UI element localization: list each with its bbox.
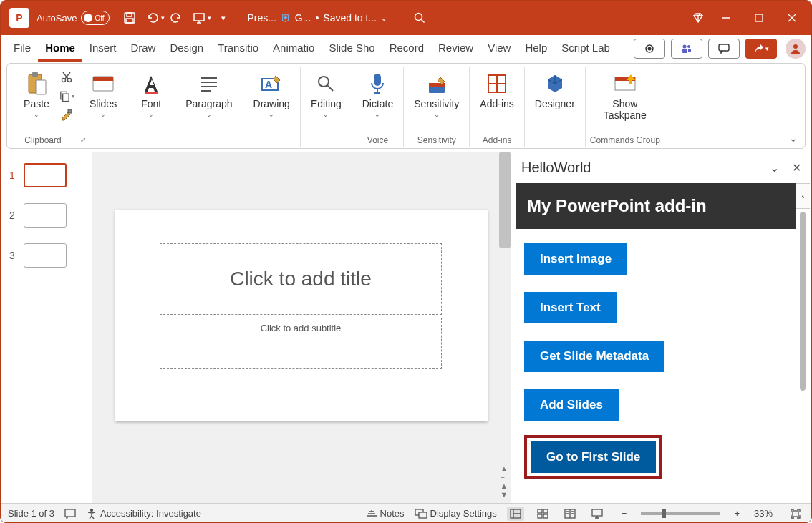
- designer-button[interactable]: Designer: [529, 69, 581, 111]
- language-icon[interactable]: [64, 509, 76, 519]
- title-bar: P AutoSave Off ▾ ▾ ▾ Pres... ⛨ G... • Sa…: [1, 1, 811, 35]
- maximize-button[interactable]: [743, 6, 775, 29]
- sorter-view-icon[interactable]: [534, 507, 551, 521]
- subtitle-placeholder[interactable]: Click to add subtitle: [160, 318, 442, 369]
- drawing-button[interactable]: A Drawing⌄: [248, 69, 296, 119]
- show-taskpane-button[interactable]: Show Taskpane: [598, 69, 652, 122]
- svg-point-9: [687, 45, 690, 48]
- taskpane-close-icon[interactable]: ✕: [792, 161, 801, 175]
- svg-rect-20: [63, 94, 69, 101]
- svg-rect-15: [32, 72, 38, 77]
- cut-icon[interactable]: [59, 69, 74, 85]
- slide-canvas[interactable]: Click to add title Click to add subtitle…: [92, 152, 511, 503]
- editing-button[interactable]: Editing⌄: [305, 69, 347, 119]
- tab-design[interactable]: Design: [163, 36, 211, 62]
- tab-home[interactable]: Home: [38, 36, 82, 62]
- collapse-ribbon-icon[interactable]: ⌄: [789, 132, 798, 144]
- tab-review[interactable]: Review: [431, 36, 480, 62]
- insert-text-button[interactable]: Insert Text: [524, 292, 617, 323]
- addin-banner: My PowerPoint add-in: [516, 183, 796, 229]
- status-bar: Slide 1 of 3 Accessibility: Investigate …: [1, 503, 811, 523]
- taskpane-menu-icon[interactable]: ⌄: [770, 161, 779, 175]
- dictate-button[interactable]: Dictate⌄: [357, 69, 400, 119]
- svg-rect-12: [719, 44, 729, 51]
- normal-view-icon[interactable]: [507, 507, 524, 521]
- title-placeholder[interactable]: Click to add title: [160, 243, 442, 315]
- ribbon-tabs: File Home Insert Draw Design Transitio A…: [1, 35, 811, 62]
- powerpoint-app-icon: P: [9, 8, 29, 28]
- font-button[interactable]: Font⌄: [132, 69, 170, 119]
- svg-rect-45: [793, 511, 798, 517]
- teams-button[interactable]: [671, 39, 702, 59]
- paragraph-button[interactable]: Paragraph⌄: [180, 69, 238, 119]
- shield-icon: ⛨: [281, 12, 291, 24]
- sensitivity-button[interactable]: Sensitivity⌄: [408, 69, 465, 119]
- taskpane-expand-icon[interactable]: ‹: [796, 183, 810, 209]
- fit-to-window-icon[interactable]: [787, 507, 804, 521]
- minimize-button[interactable]: [710, 6, 743, 29]
- add-slides-button[interactable]: Add Slides: [524, 389, 619, 421]
- reading-view-icon[interactable]: [561, 507, 579, 521]
- save-icon[interactable]: [118, 6, 141, 29]
- tab-scriptlab[interactable]: Script Lab: [554, 36, 617, 62]
- svg-rect-21: [68, 109, 72, 113]
- slide[interactable]: Click to add title Click to add subtitle: [115, 210, 488, 421]
- search-icon[interactable]: [408, 6, 431, 29]
- slide-counter[interactable]: Slide 1 of 3: [8, 508, 54, 519]
- share-button[interactable]: ▾: [745, 39, 777, 59]
- tab-slideshow[interactable]: Slide Sho: [322, 36, 382, 62]
- tab-transitions[interactable]: Transitio: [211, 36, 266, 62]
- slides-button[interactable]: Slides⌄: [84, 69, 122, 119]
- tab-draw[interactable]: Draw: [123, 36, 163, 62]
- redo-icon[interactable]: [165, 6, 188, 29]
- get-slide-metadata-button[interactable]: Get Slide Metadata: [524, 341, 664, 372]
- saved-status[interactable]: Saved to t...: [323, 12, 377, 24]
- svg-rect-2: [126, 19, 133, 23]
- svg-rect-39: [538, 509, 542, 513]
- thumbnail-2[interactable]: 2: [1, 200, 92, 240]
- file-name[interactable]: Pres...: [247, 12, 276, 24]
- insert-image-button[interactable]: Insert Image: [524, 243, 627, 275]
- svg-text:A: A: [265, 79, 272, 90]
- svg-point-18: [68, 79, 72, 82]
- zoom-slider[interactable]: [641, 512, 720, 515]
- slide-nav-arrows[interactable]: ▲≡▲▼: [498, 464, 511, 499]
- tab-help[interactable]: Help: [518, 36, 554, 62]
- taskpane-title: HelloWorld: [521, 160, 591, 176]
- account-label[interactable]: G...: [295, 12, 311, 24]
- svg-point-35: [91, 509, 93, 511]
- addins-button[interactable]: Add-ins: [474, 69, 519, 111]
- tab-file[interactable]: File: [6, 36, 38, 62]
- display-settings-button[interactable]: Display Settings: [415, 508, 497, 519]
- paste-button[interactable]: Paste ⌄: [17, 69, 56, 119]
- thumbnail-1[interactable]: 1: [1, 160, 92, 200]
- close-button[interactable]: [775, 6, 808, 29]
- copy-icon[interactable]: ▾: [59, 88, 74, 104]
- comments-button[interactable]: [708, 39, 740, 59]
- svg-rect-11: [688, 49, 691, 52]
- user-avatar[interactable]: [786, 39, 806, 59]
- tab-insert[interactable]: Insert: [82, 36, 124, 62]
- thumbnail-3[interactable]: 3: [1, 240, 92, 280]
- autosave-label: AutoSave: [37, 13, 77, 24]
- svg-rect-37: [419, 512, 427, 518]
- zoom-level[interactable]: 33%: [754, 508, 773, 519]
- notes-button[interactable]: Notes: [366, 508, 405, 519]
- autosave-toggle[interactable]: AutoSave Off: [37, 11, 110, 25]
- format-painter-icon[interactable]: [59, 107, 74, 122]
- svg-rect-44: [592, 509, 602, 516]
- accessibility-status[interactable]: Accessibility: Investigate: [86, 508, 201, 519]
- tab-record[interactable]: Record: [382, 36, 431, 62]
- diamond-icon[interactable]: [687, 6, 710, 29]
- record-button[interactable]: [634, 39, 665, 59]
- go-to-first-slide-button[interactable]: Go to First Slide: [531, 441, 656, 473]
- main-area: 1 2 3 Click to add title Click to add su…: [1, 152, 811, 503]
- vertical-scrollbar[interactable]: [499, 152, 511, 248]
- tab-animations[interactable]: Animatio: [266, 36, 322, 62]
- taskpane-scrollbar[interactable]: [800, 212, 806, 391]
- taskpane: HelloWorld ⌄ ✕ My PowerPoint add-in Inse…: [511, 152, 811, 503]
- tab-view[interactable]: View: [480, 36, 518, 62]
- svg-point-4: [415, 14, 422, 21]
- slideshow-view-icon[interactable]: [589, 507, 606, 521]
- svg-rect-41: [538, 514, 542, 518]
